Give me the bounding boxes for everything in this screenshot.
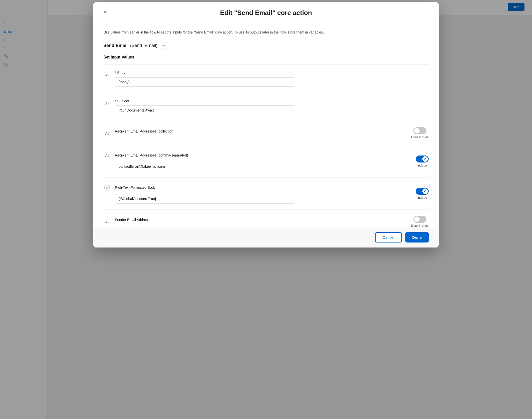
close-button[interactable]: × xyxy=(101,8,109,16)
recipient-collection-toggle-container: Don't Include xyxy=(411,127,429,139)
rich-text-toggle-label: Include xyxy=(417,196,427,200)
sender-email-type-icon: Aa xyxy=(103,218,111,226)
field-row-body: Aa * Body xyxy=(103,71,429,87)
sender-email-label: Sender Email Address xyxy=(115,218,150,222)
recipient-collection-label: Recipient Email Addresses (collection) xyxy=(115,129,174,133)
cancel-button[interactable]: Cancel xyxy=(375,232,402,242)
subject-type-icon: Aa xyxy=(103,100,111,107)
sender-email-toggle-label: Don't Include xyxy=(411,224,429,227)
subject-required-star: * xyxy=(115,99,116,103)
recipient-comma-toggle[interactable]: ✓ xyxy=(416,156,429,162)
body-field-content: * Body xyxy=(115,71,429,87)
action-id: (Send_Email) xyxy=(130,43,157,48)
recipient-comma-header: Aa Recipient Email Addresses (comma-sepa… xyxy=(103,151,188,159)
modal-body: Use values from earlier in the flow to s… xyxy=(93,22,439,227)
rich-text-toggle[interactable]: ✓ xyxy=(416,188,429,195)
modal-footer: Cancel Done xyxy=(93,227,439,248)
toggle-check-icon: ✓ xyxy=(424,157,426,161)
field-row-sender-email: Aa Sender Email Address Don't Include xyxy=(103,216,429,227)
recipient-comma-type-icon: Aa xyxy=(103,152,111,159)
recipient-collection-type-icon: Aa xyxy=(103,130,111,137)
recipient-comma-left: Aa Recipient Email Addresses (comma-sepa… xyxy=(103,151,295,171)
sender-email-toggle-track xyxy=(413,216,426,223)
field-section-recipient-comma: Aa Recipient Email Addresses (comma-sepa… xyxy=(103,145,429,177)
field-row-rich-text: ⊙ Rich-Text-Formatted Body xyxy=(103,184,429,204)
field-row-recipient-collection: Aa Recipient Email Addresses (collection… xyxy=(103,127,429,139)
rich-text-toggle-check-icon: ✓ xyxy=(424,190,426,193)
recipient-comma-input[interactable] xyxy=(115,162,295,171)
recipient-comma-input-wrapper xyxy=(115,162,295,171)
modal-title: Edit "Send Email" core action xyxy=(220,9,312,17)
body-label: * Body xyxy=(115,71,429,75)
sender-email-toggle-container: Don't Include xyxy=(411,216,429,227)
body-type-icon: Aa xyxy=(103,71,111,79)
done-button[interactable]: Done xyxy=(405,232,429,242)
modal-header: × Edit "Send Email" core action xyxy=(93,2,439,22)
rich-text-input-wrapper xyxy=(115,194,295,204)
rich-text-toggle-track: ✓ xyxy=(416,188,429,195)
rich-text-circle-icon: ⊙ xyxy=(104,185,110,190)
recipient-collection-toggle-thumb xyxy=(414,128,420,134)
rich-text-left: ⊙ Rich-Text-Formatted Body xyxy=(103,184,295,204)
rich-text-header: ⊙ Rich-Text-Formatted Body xyxy=(103,184,156,192)
recipient-collection-toggle[interactable] xyxy=(413,127,426,134)
body-input[interactable] xyxy=(115,77,295,87)
rich-text-toggle-container: ✓ Include xyxy=(416,188,429,200)
recipient-collection-toggle-track xyxy=(413,127,426,134)
recipient-collection-toggle-label: Don't Include xyxy=(411,136,429,139)
sender-email-left: Aa Sender Email Address xyxy=(103,218,150,226)
rich-text-type-icon: ⊙ xyxy=(103,184,111,192)
body-required-star: * xyxy=(115,71,116,75)
action-title-row: Send Email (Send_Email) ✏ xyxy=(103,42,429,49)
recipient-comma-toggle-track: ✓ xyxy=(416,156,429,162)
field-section-sender-email: Aa Sender Email Address Don't Include xyxy=(103,210,429,227)
field-section-rich-text: ⊙ Rich-Text-Formatted Body xyxy=(103,177,429,210)
sender-email-toggle[interactable] xyxy=(413,216,426,223)
rich-text-toggle-thumb: ✓ xyxy=(422,188,428,194)
subject-field-content: * Subject xyxy=(115,99,429,115)
field-section-subject: Aa * Subject xyxy=(103,93,429,121)
recipient-comma-toggle-container: ✓ Include xyxy=(416,156,429,167)
recipient-comma-toggle-label: Include xyxy=(417,164,427,167)
sender-email-toggle-thumb xyxy=(414,216,420,222)
section-title: Set Input Values xyxy=(103,55,429,60)
rich-text-input[interactable] xyxy=(115,194,295,204)
modal: × Edit "Send Email" core action Use valu… xyxy=(93,2,439,248)
recipient-comma-toggle-thumb: ✓ xyxy=(422,156,428,162)
field-section-recipient-collection: Aa Recipient Email Addresses (collection… xyxy=(103,121,429,145)
recipient-comma-label: Recipient Email Addresses (comma-separat… xyxy=(115,153,188,157)
recipient-collection-left: Aa Recipient Email Addresses (collection… xyxy=(103,129,174,137)
subject-input[interactable] xyxy=(115,106,295,115)
description-text: Use values from earlier in the flow to s… xyxy=(103,30,429,35)
field-row-recipient-comma: Aa Recipient Email Addresses (comma-sepa… xyxy=(103,151,429,171)
field-section-body: Aa * Body xyxy=(103,64,429,93)
subject-label: * Subject xyxy=(115,99,429,103)
edit-action-name-button[interactable]: ✏ xyxy=(160,42,167,49)
rich-text-label: Rich-Text-Formatted Body xyxy=(115,186,156,190)
action-name: Send Email xyxy=(103,43,128,48)
field-row-subject: Aa * Subject xyxy=(103,99,429,115)
